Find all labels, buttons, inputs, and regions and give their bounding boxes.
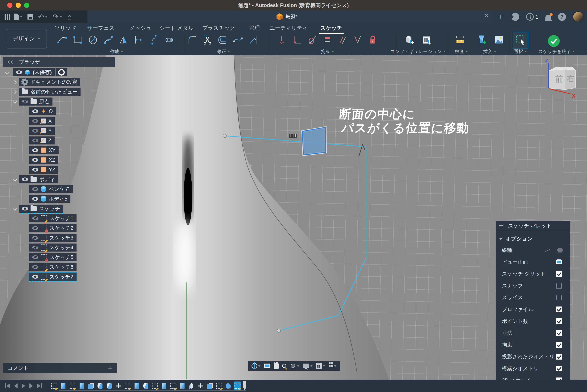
home-view-icon[interactable]: ⌂: [67, 13, 72, 20]
chevron-down-icon[interactable]: [5, 70, 9, 74]
zoom-window-icon[interactable]: [290, 362, 300, 369]
play-button[interactable]: [22, 384, 25, 388]
look-at-icon[interactable]: [555, 258, 562, 265]
create-group-label[interactable]: 作成: [110, 48, 123, 54]
insert-group-label[interactable]: 挿入: [483, 48, 496, 54]
save-button[interactable]: [28, 14, 33, 20]
configure-icon[interactable]: [403, 34, 415, 46]
construction-line-icon[interactable]: [556, 247, 563, 254]
tab-manage[interactable]: 管理: [249, 24, 260, 32]
checkbox-checked[interactable]: [556, 342, 562, 348]
feature-loft[interactable]: [142, 382, 150, 390]
feature-move[interactable]: [197, 382, 204, 390]
parallel-constraint-icon[interactable]: [337, 34, 348, 46]
spline-tool-icon[interactable]: [102, 34, 114, 46]
checkbox-unchecked[interactable]: [556, 295, 562, 300]
timeline-scrollbar[interactable]: [59, 390, 246, 391]
tree-row-origin-point[interactable]: ✦ O: [3, 107, 115, 115]
checkbox-checked[interactable]: [556, 366, 562, 372]
tab-mesh[interactable]: メッシュ: [130, 24, 152, 32]
eye-off-icon[interactable]: [32, 265, 38, 269]
checkbox-checked[interactable]: [556, 318, 562, 324]
app-grid-icon[interactable]: [4, 16, 9, 18]
display-settings-icon[interactable]: [303, 364, 313, 368]
eye-icon[interactable]: [32, 158, 38, 162]
chevron-right-icon[interactable]: [13, 80, 17, 84]
orbit-icon[interactable]: [252, 363, 261, 369]
fix-constraint-icon[interactable]: [276, 34, 288, 46]
feature-sketch[interactable]: [69, 382, 76, 390]
checkbox-unchecked[interactable]: [556, 283, 562, 288]
feature-loft[interactable]: [96, 382, 104, 390]
eye-icon[interactable]: [32, 109, 38, 113]
tree-row-sketch1[interactable]: スケッチ1: [3, 214, 115, 222]
skip-to-start-button[interactable]: [5, 384, 10, 388]
user-avatar[interactable]: [573, 12, 584, 22]
eye-off-icon[interactable]: [32, 216, 38, 220]
timeline-marker[interactable]: [243, 381, 246, 390]
tree-row-document[interactable]: (未保存): [3, 68, 115, 76]
feature-combine[interactable]: [206, 382, 214, 390]
insert-image-icon[interactable]: [493, 34, 505, 46]
save-status-badge[interactable]: [56, 68, 67, 76]
collapse-panel-icon[interactable]: [8, 61, 14, 63]
tree-row-sketch4[interactable]: スケッチ4: [3, 244, 115, 252]
fillet-tool-icon[interactable]: [186, 34, 198, 46]
eye-icon[interactable]: [32, 197, 38, 201]
zoom-window-button[interactable]: [24, 3, 29, 8]
chevron-down-icon[interactable]: [13, 177, 17, 181]
finish-group-label[interactable]: スケッチを終了: [538, 48, 575, 54]
eye-off-icon[interactable]: [32, 187, 38, 191]
feature-sketch[interactable]: [215, 382, 223, 390]
tab-sketch[interactable]: スケッチ: [320, 24, 342, 32]
minimize-icon[interactable]: [106, 62, 111, 62]
redo-button[interactable]: ↷: [53, 14, 62, 20]
tree-row-body5[interactable]: ボディ5: [3, 195, 115, 203]
look-at-icon[interactable]: [264, 364, 270, 368]
step-forward-button[interactable]: [30, 384, 33, 388]
tree-row-plane-xy[interactable]: XY: [3, 146, 115, 154]
tab-plastic[interactable]: プラスチック: [202, 24, 235, 32]
circle-tool-icon[interactable]: [87, 34, 99, 46]
tree-row-sketch5[interactable]: スケッチ5: [3, 253, 115, 261]
feature-sketch-active[interactable]: [234, 382, 241, 390]
tree-row-axis-z[interactable]: Z: [3, 136, 115, 144]
centerline-icon[interactable]: [545, 247, 552, 254]
eye-icon[interactable]: [22, 207, 28, 210]
tree-row-named-views[interactable]: 名前の付いたビュー: [3, 88, 115, 96]
eye-icon[interactable]: [32, 148, 38, 152]
chevron-down-icon[interactable]: [13, 100, 17, 104]
tab-surface[interactable]: サーフェス: [87, 24, 114, 32]
tree-row-plane-xz[interactable]: XZ: [3, 156, 115, 164]
slot-tool-icon[interactable]: [163, 34, 175, 46]
close-tab-icon[interactable]: ×: [484, 12, 488, 20]
configuration-group-label[interactable]: コンフィギュレーション: [390, 48, 446, 54]
notifications-bell-icon[interactable]: [546, 15, 551, 20]
grid-settings-icon[interactable]: [316, 363, 325, 369]
checkbox-checked[interactable]: [556, 306, 562, 312]
inspect-group-label[interactable]: 検査: [455, 48, 468, 54]
tree-row-axis-x[interactable]: X: [3, 117, 115, 125]
horizontal-vertical-constraint-icon[interactable]: [292, 34, 303, 46]
feature-extrude[interactable]: [78, 382, 86, 390]
feature-pin[interactable]: [188, 382, 196, 390]
tree-row-axis-y[interactable]: Y: [3, 127, 115, 135]
feature-loft[interactable]: [105, 382, 113, 390]
eye-icon[interactable]: [32, 275, 38, 279]
viewports-icon[interactable]: [328, 365, 337, 367]
zoom-icon[interactable]: [282, 364, 286, 368]
eye-icon[interactable]: [32, 119, 38, 123]
tree-row-bodies-folder[interactable]: ボディ: [3, 176, 115, 184]
help-icon[interactable]: ?: [558, 13, 566, 21]
eye-off-icon[interactable]: [32, 226, 38, 230]
pan-icon[interactable]: [274, 363, 279, 369]
insert-fastener-icon[interactable]: [476, 34, 488, 46]
mirror-tool-icon[interactable]: [118, 34, 130, 46]
tab-sheetmetal[interactable]: シート メタル: [159, 24, 194, 32]
tree-row-sketch3[interactable]: スケッチ3: [3, 234, 115, 242]
palette-options-section[interactable]: オプション: [499, 235, 570, 242]
eye-icon[interactable]: [22, 178, 28, 181]
tree-row-plane-yz[interactable]: YZ: [3, 166, 115, 174]
feature-extrude[interactable]: [178, 382, 186, 390]
select-tool-active[interactable]: [513, 32, 528, 48]
